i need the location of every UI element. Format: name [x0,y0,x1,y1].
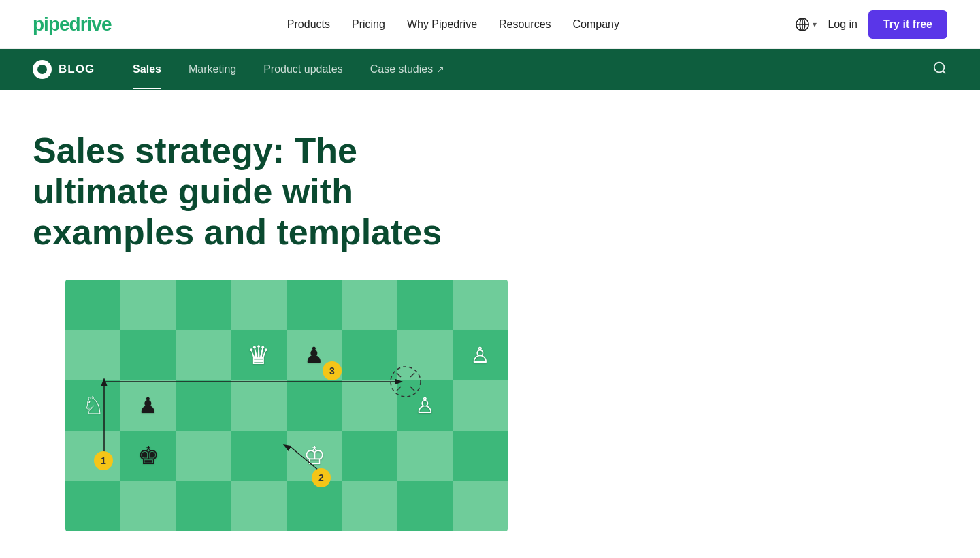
nav-item-products[interactable]: Products [287,18,330,31]
nav-right-actions: ▾ Log in Try it free [795,10,947,39]
cell [397,431,453,481]
cell [231,431,287,481]
blog-nav-item-marketing[interactable]: Marketing [175,50,250,89]
chess-piece-white-pawn: ♙ [470,342,490,368]
cell [453,481,508,531]
nav-item-why-pipedrive[interactable]: Why Pipedrive [407,18,477,31]
cell [176,431,231,481]
cell [397,280,453,330]
cell [176,380,231,431]
cell: ♘ [65,380,120,431]
cell [287,481,342,531]
blog-nav-item-case-studies[interactable]: Case studies ↗ [357,50,458,89]
cell [120,330,176,380]
try-free-button[interactable]: Try it free [868,10,947,39]
blog-nav-links: Sales Marketing Product updates Case stu… [119,50,932,89]
chess-piece-black-king: ♚ [137,442,159,470]
blog-nav-link-case-studies[interactable]: Case studies ↗ [357,50,458,89]
svg-line-5 [943,71,945,73]
nav-link-pricing[interactable]: Pricing [352,18,385,30]
main-nav-links: Products Pricing Why Pipedrive Resources… [287,18,619,31]
search-icon [932,61,947,76]
cell [176,481,231,531]
nav-item-resources[interactable]: Resources [499,18,551,31]
cell [231,280,287,330]
main-content: Sales strategy: The ultimate guide with … [0,90,980,558]
cell [342,280,397,330]
blog-label: BLOG [59,63,95,76]
brand-logo[interactable]: pipedrive [33,14,111,35]
external-link-icon: ↗ [436,64,444,75]
blog-nav: BLOG Sales Marketing Product updates Cas… [0,49,980,90]
language-selector[interactable]: ▾ [795,17,817,32]
cell [231,380,287,431]
cell [342,431,397,481]
cell [65,481,120,531]
cell: ♛ [231,330,287,380]
cell [287,380,342,431]
cell [231,481,287,531]
blog-nav-item-product-updates[interactable]: Product updates [250,50,357,89]
cell [65,330,120,380]
hero-image: ♛ ♟ ♙ ♘ ♟ ♙ [65,280,508,531]
cell [453,431,508,481]
nav-item-company[interactable]: Company [573,18,619,31]
blog-nav-link-sales[interactable]: Sales [119,50,175,89]
nav-item-pricing[interactable]: Pricing [352,18,385,31]
cell [342,380,397,431]
blog-search-button[interactable] [932,61,947,79]
cell [65,431,120,481]
chess-piece-white-king: ♔ [304,442,325,470]
cell: ♟ [120,380,176,431]
cell: ♚ [120,431,176,481]
blog-nav-link-marketing[interactable]: Marketing [175,50,250,89]
cell [342,481,397,531]
chess-board: ♛ ♟ ♙ ♘ ♟ ♙ [65,280,508,531]
cell [120,481,176,531]
cell: ♙ [453,330,508,380]
cell [453,380,508,431]
case-studies-label: Case studies [370,63,434,75]
cell [397,481,453,531]
top-nav: pipedrive Products Pricing Why Pipedrive… [0,0,980,49]
cell [65,280,120,330]
chevron-down-icon: ▾ [813,20,817,29]
blog-logo[interactable]: BLOG [33,60,95,79]
cell [397,330,453,380]
svg-point-4 [934,62,945,72]
blog-logo-inner [37,65,47,74]
globe-icon [795,17,810,32]
blog-nav-link-product-updates[interactable]: Product updates [250,50,357,89]
blog-nav-item-sales[interactable]: Sales [119,50,175,89]
cell [176,330,231,380]
cell [287,280,342,330]
login-button[interactable]: Log in [828,18,858,31]
cell: ♙ [397,380,453,431]
cell [342,330,397,380]
cell [453,280,508,330]
chess-piece-black-pawn: ♟ [304,342,324,368]
chess-piece-white-pawn2: ♙ [415,393,435,419]
cell [176,280,231,330]
blog-logo-circle [33,60,52,79]
nav-link-company[interactable]: Company [573,18,619,30]
nav-link-resources[interactable]: Resources [499,18,551,30]
chess-piece-white-queen: ♛ [247,340,270,370]
nav-link-products[interactable]: Products [287,18,330,30]
article-title: Sales strategy: The ultimate guide with … [33,131,495,252]
chess-piece-black-pawn2: ♟ [138,393,158,419]
nav-link-why-pipedrive[interactable]: Why Pipedrive [407,18,477,30]
cell [120,280,176,330]
chess-piece-white-knight: ♘ [82,391,104,420]
